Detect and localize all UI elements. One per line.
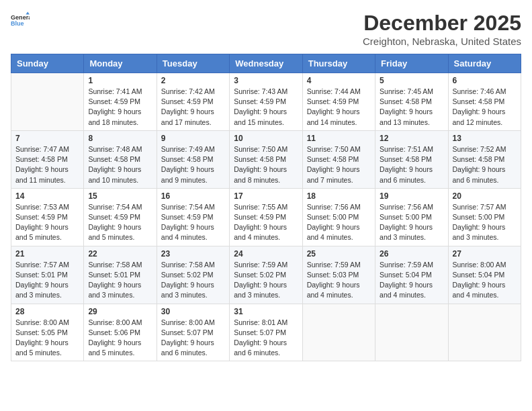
day-info: Sunrise: 7:53 AM Sunset: 4:59 PM Dayligh… xyxy=(15,202,79,243)
calendar-day-cell xyxy=(11,73,84,131)
day-number: 2 xyxy=(161,76,225,85)
day-number: 20 xyxy=(453,191,517,201)
day-info: Sunrise: 7:51 AM Sunset: 4:58 PM Dayligh… xyxy=(380,144,443,185)
day-info: Sunrise: 7:46 AM Sunset: 4:58 PM Dayligh… xyxy=(453,87,517,128)
day-number: 10 xyxy=(234,134,298,143)
day-number: 3 xyxy=(234,76,298,85)
calendar-day-cell: 11Sunrise: 7:50 AM Sunset: 4:58 PM Dayli… xyxy=(302,130,375,188)
calendar-day-cell: 5Sunrise: 7:45 AM Sunset: 4:58 PM Daylig… xyxy=(375,73,448,131)
day-info: Sunrise: 7:54 AM Sunset: 4:59 PM Dayligh… xyxy=(88,202,152,243)
day-number: 12 xyxy=(380,134,443,143)
calendar-day-cell: 24Sunrise: 7:59 AM Sunset: 5:02 PM Dayli… xyxy=(230,246,302,304)
day-number: 13 xyxy=(453,134,517,143)
calendar-header-row: SundayMondayTuesdayWednesdayThursdayFrid… xyxy=(11,54,521,73)
calendar-day-cell: 22Sunrise: 7:58 AM Sunset: 5:01 PM Dayli… xyxy=(84,246,157,304)
day-number: 28 xyxy=(15,307,79,316)
day-number: 23 xyxy=(161,249,225,259)
day-info: Sunrise: 7:41 AM Sunset: 4:59 PM Dayligh… xyxy=(88,87,152,128)
calendar-header-wednesday: Wednesday xyxy=(230,54,302,73)
day-info: Sunrise: 7:42 AM Sunset: 4:59 PM Dayligh… xyxy=(161,87,225,128)
calendar-day-cell: 28Sunrise: 8:00 AM Sunset: 5:05 PM Dayli… xyxy=(11,304,84,361)
day-info: Sunrise: 7:50 AM Sunset: 4:58 PM Dayligh… xyxy=(307,144,371,185)
day-number: 19 xyxy=(380,191,443,201)
day-info: Sunrise: 7:49 AM Sunset: 4:58 PM Dayligh… xyxy=(161,144,225,185)
svg-text:Blue: Blue xyxy=(11,20,24,27)
day-number: 26 xyxy=(380,249,443,259)
day-info: Sunrise: 7:58 AM Sunset: 5:02 PM Dayligh… xyxy=(161,260,225,301)
day-info: Sunrise: 7:59 AM Sunset: 5:04 PM Dayligh… xyxy=(380,260,443,301)
logo: General Blue xyxy=(11,11,30,30)
day-info: Sunrise: 7:44 AM Sunset: 4:59 PM Dayligh… xyxy=(307,87,371,128)
day-info: Sunrise: 7:58 AM Sunset: 5:01 PM Dayligh… xyxy=(88,260,152,301)
svg-marker-2 xyxy=(26,11,30,14)
calendar-day-cell: 2Sunrise: 7:42 AM Sunset: 4:59 PM Daylig… xyxy=(157,73,229,131)
day-number: 7 xyxy=(15,134,79,143)
calendar-day-cell: 20Sunrise: 7:57 AM Sunset: 5:00 PM Dayli… xyxy=(448,188,521,246)
day-info: Sunrise: 7:45 AM Sunset: 4:58 PM Dayligh… xyxy=(380,87,443,128)
day-number: 25 xyxy=(307,249,371,259)
day-info: Sunrise: 8:00 AM Sunset: 5:05 PM Dayligh… xyxy=(15,318,79,359)
day-info: Sunrise: 7:54 AM Sunset: 4:59 PM Dayligh… xyxy=(161,202,225,243)
day-number: 16 xyxy=(161,191,225,201)
calendar-week-row: 1Sunrise: 7:41 AM Sunset: 4:59 PM Daylig… xyxy=(11,73,521,131)
day-info: Sunrise: 7:50 AM Sunset: 4:58 PM Dayligh… xyxy=(234,144,298,185)
day-info: Sunrise: 7:52 AM Sunset: 4:58 PM Dayligh… xyxy=(453,144,517,185)
calendar-day-cell: 16Sunrise: 7:54 AM Sunset: 4:59 PM Dayli… xyxy=(157,188,229,246)
day-number: 1 xyxy=(88,76,152,85)
title-block: December 2025 Creighton, Nebraska, Unite… xyxy=(363,11,521,47)
calendar-day-cell: 3Sunrise: 7:43 AM Sunset: 4:59 PM Daylig… xyxy=(230,73,302,131)
calendar-day-cell: 25Sunrise: 7:59 AM Sunset: 5:03 PM Dayli… xyxy=(302,246,375,304)
calendar-day-cell xyxy=(302,304,375,361)
calendar-header-thursday: Thursday xyxy=(302,54,375,73)
day-number: 27 xyxy=(453,249,517,259)
calendar-day-cell: 19Sunrise: 7:56 AM Sunset: 5:00 PM Dayli… xyxy=(375,188,448,246)
day-number: 9 xyxy=(161,134,225,143)
day-info: Sunrise: 7:47 AM Sunset: 4:58 PM Dayligh… xyxy=(15,144,79,185)
calendar-header-monday: Monday xyxy=(84,54,157,73)
calendar-day-cell: 17Sunrise: 7:55 AM Sunset: 4:59 PM Dayli… xyxy=(230,188,302,246)
day-number: 24 xyxy=(234,249,298,259)
calendar-week-row: 28Sunrise: 8:00 AM Sunset: 5:05 PM Dayli… xyxy=(11,304,521,361)
calendar-table: SundayMondayTuesdayWednesdayThursdayFrid… xyxy=(11,54,521,361)
day-number: 6 xyxy=(453,76,517,85)
calendar-day-cell: 8Sunrise: 7:48 AM Sunset: 4:58 PM Daylig… xyxy=(84,130,157,188)
calendar-week-row: 21Sunrise: 7:57 AM Sunset: 5:01 PM Dayli… xyxy=(11,246,521,304)
day-number: 18 xyxy=(307,191,371,201)
calendar-header-saturday: Saturday xyxy=(448,54,521,73)
day-info: Sunrise: 7:56 AM Sunset: 5:00 PM Dayligh… xyxy=(307,202,371,243)
day-number: 31 xyxy=(234,307,298,316)
calendar-day-cell: 18Sunrise: 7:56 AM Sunset: 5:00 PM Dayli… xyxy=(302,188,375,246)
calendar-day-cell xyxy=(375,304,448,361)
day-number: 15 xyxy=(88,191,152,201)
calendar-day-cell: 7Sunrise: 7:47 AM Sunset: 4:58 PM Daylig… xyxy=(11,130,84,188)
calendar-day-cell: 10Sunrise: 7:50 AM Sunset: 4:58 PM Dayli… xyxy=(230,130,302,188)
calendar-day-cell: 30Sunrise: 8:00 AM Sunset: 5:07 PM Dayli… xyxy=(157,304,229,361)
main-title: December 2025 xyxy=(363,11,521,36)
calendar-day-cell: 13Sunrise: 7:52 AM Sunset: 4:58 PM Dayli… xyxy=(448,130,521,188)
calendar-header-friday: Friday xyxy=(375,54,448,73)
calendar-day-cell: 31Sunrise: 8:01 AM Sunset: 5:07 PM Dayli… xyxy=(230,304,302,361)
subtitle: Creighton, Nebraska, United States xyxy=(363,36,521,47)
svg-text:General: General xyxy=(11,14,30,21)
logo-icon: General Blue xyxy=(11,11,30,30)
day-info: Sunrise: 7:55 AM Sunset: 4:59 PM Dayligh… xyxy=(234,202,298,243)
day-number: 22 xyxy=(88,249,152,259)
calendar-day-cell: 27Sunrise: 8:00 AM Sunset: 5:04 PM Dayli… xyxy=(448,246,521,304)
day-info: Sunrise: 7:59 AM Sunset: 5:02 PM Dayligh… xyxy=(234,260,298,301)
calendar-day-cell: 26Sunrise: 7:59 AM Sunset: 5:04 PM Dayli… xyxy=(375,246,448,304)
calendar-day-cell: 29Sunrise: 8:00 AM Sunset: 5:06 PM Dayli… xyxy=(84,304,157,361)
calendar-week-row: 14Sunrise: 7:53 AM Sunset: 4:59 PM Dayli… xyxy=(11,188,521,246)
day-info: Sunrise: 8:01 AM Sunset: 5:07 PM Dayligh… xyxy=(234,318,298,359)
calendar-day-cell: 1Sunrise: 7:41 AM Sunset: 4:59 PM Daylig… xyxy=(84,73,157,131)
day-info: Sunrise: 8:00 AM Sunset: 5:04 PM Dayligh… xyxy=(453,260,517,301)
day-number: 29 xyxy=(88,307,152,316)
page-header: General Blue December 2025 Creighton, Ne… xyxy=(11,11,521,47)
calendar-day-cell: 6Sunrise: 7:46 AM Sunset: 4:58 PM Daylig… xyxy=(448,73,521,131)
calendar-header-tuesday: Tuesday xyxy=(157,54,229,73)
calendar-day-cell: 14Sunrise: 7:53 AM Sunset: 4:59 PM Dayli… xyxy=(11,188,84,246)
day-info: Sunrise: 7:57 AM Sunset: 5:01 PM Dayligh… xyxy=(15,260,79,301)
day-info: Sunrise: 7:48 AM Sunset: 4:58 PM Dayligh… xyxy=(88,144,152,185)
calendar-day-cell: 23Sunrise: 7:58 AM Sunset: 5:02 PM Dayli… xyxy=(157,246,229,304)
calendar-day-cell: 15Sunrise: 7:54 AM Sunset: 4:59 PM Dayli… xyxy=(84,188,157,246)
day-info: Sunrise: 7:59 AM Sunset: 5:03 PM Dayligh… xyxy=(307,260,371,301)
